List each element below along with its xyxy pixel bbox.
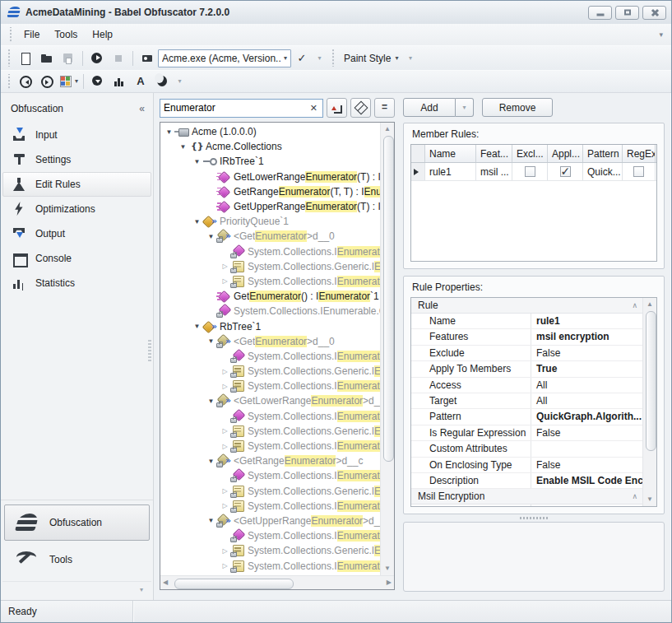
menu-help[interactable]: Help — [85, 26, 120, 43]
tree-expander[interactable]: ▷ — [220, 443, 230, 450]
tree-item[interactable]: ▼<GetEnumerator>d__0 — [160, 334, 380, 349]
column-header-regex[interactable]: RegEx — [623, 145, 656, 162]
tree-item[interactable]: ▼<GetLowerRangeEnumerator>d__8 — [160, 393, 380, 408]
row-selector[interactable] — [411, 163, 425, 180]
menu-file[interactable]: File — [16, 26, 47, 43]
cell-name[interactable]: rule1 — [425, 163, 476, 180]
nav-overflow-button[interactable]: ▾ — [174, 72, 186, 91]
scroll-up-icon[interactable]: ▲ — [645, 299, 655, 310]
panel-options-icon[interactable]: ▾ — [140, 587, 143, 593]
cell-pattern[interactable]: Quick... — [583, 163, 623, 180]
swap-references-button[interactable] — [327, 98, 347, 118]
tree-expander[interactable]: ▼ — [206, 458, 216, 465]
tree-expander[interactable]: ▷ — [220, 562, 230, 570]
sidebar-item-edit-rules[interactable]: Edit Rules — [2, 172, 151, 197]
collapse-chevron-icon[interactable]: ∧ — [632, 492, 637, 500]
column-header-appl-[interactable]: Appl... — [548, 145, 583, 162]
mode-button-tools[interactable]: Tools — [4, 542, 150, 578]
tree-expander[interactable]: ▼ — [178, 143, 188, 151]
tree-vertical-scrollbar[interactable]: ▲ ▼ — [380, 123, 394, 575]
maximize-button[interactable] — [615, 6, 639, 20]
scrollbar-thumb[interactable] — [383, 136, 392, 562]
tree-item[interactable]: ▼Acme.Collections — [160, 139, 380, 154]
property-value[interactable]: False — [531, 346, 642, 360]
tree-expander[interactable]: ▼ — [164, 128, 174, 136]
scroll-down-icon[interactable]: ▼ — [645, 494, 655, 505]
show-types-button[interactable] — [350, 98, 371, 118]
paint-style-button[interactable]: Paint Style ▾ — [339, 49, 403, 68]
close-button[interactable] — [642, 6, 666, 20]
paint-style-overflow-button[interactable]: ▾ — [404, 49, 416, 68]
tree-expander[interactable]: ▼ — [206, 337, 216, 345]
tree-item[interactable]: ▼IRbTree`1 — [160, 154, 380, 169]
confirm-assembly-button[interactable]: ✓ — [292, 49, 312, 68]
assembly-combobox[interactable]: Acme.exe (Acme, Version... ▾ — [158, 49, 291, 67]
toolbar-grip[interactable] — [7, 74, 11, 89]
tree-item[interactable]: ▷System.Collections.Generic.IEnum — [160, 364, 380, 379]
property-value[interactable]: False — [531, 458, 642, 472]
flat-view-button[interactable]: = — [374, 98, 395, 118]
tree-item[interactable]: GetUpperRangeEnumerator(T) : IEnur — [160, 199, 380, 214]
property-value[interactable] — [531, 441, 642, 456]
chart-view-button[interactable] — [109, 72, 129, 91]
column-header-feat-[interactable]: Feat... — [476, 145, 512, 162]
sidebar-item-settings[interactable]: Settings — [2, 147, 151, 172]
stop-button[interactable] — [109, 49, 128, 68]
tree-expander[interactable]: ▷ — [220, 383, 230, 390]
cell-apply-checkbox[interactable] — [548, 163, 583, 180]
tree-expander[interactable]: ▼ — [192, 218, 202, 225]
save-project-button[interactable] — [58, 49, 78, 68]
tree-item[interactable]: ▷System.Collections.IEnumerator.C — [160, 274, 380, 289]
column-header-name[interactable]: Name — [425, 145, 476, 162]
tree-expander[interactable]: ▼ — [206, 398, 216, 405]
sidebar-item-input[interactable]: Input — [2, 123, 151, 147]
toolbar-grip[interactable] — [8, 27, 12, 42]
tree-horizontal-scrollbar[interactable]: ◀ ▶ — [160, 575, 394, 589]
tree-item[interactable]: ▼PriorityQueue`1 — [160, 214, 380, 229]
tree-item[interactable]: ▼<GetRangeEnumerator>d__c — [160, 453, 380, 468]
tree-item[interactable]: ▷System.Collections.Generic.IEnum — [160, 543, 380, 558]
add-rule-dropdown-button[interactable]: ▾ — [456, 98, 474, 117]
tree-item[interactable]: ▼Acme (1.0.0.0) — [160, 124, 380, 139]
scroll-left-icon[interactable]: ◀ — [161, 577, 169, 588]
font-button[interactable]: A — [131, 72, 151, 91]
tree-item[interactable]: System.Collections.IEnumerable.GetE — [160, 304, 380, 318]
navigate-forward-button[interactable] — [37, 72, 57, 91]
cell-exclude-checkbox[interactable] — [512, 163, 548, 180]
collapse-chevron-icon[interactable]: ∧ — [632, 301, 637, 309]
property-group-msil-encryption[interactable]: Msil Encryption∧ — [411, 489, 642, 504]
scrollbar-thumb[interactable] — [170, 579, 384, 588]
tree-item[interactable]: ▷System.Collections.IEnumerator.C — [160, 558, 380, 573]
properties-vertical-scrollbar[interactable]: ▲ ▼ — [642, 298, 656, 506]
tree-item[interactable]: System.Collections.IEnumerator.R — [160, 528, 380, 543]
column-header-pattern[interactable]: Pattern — [583, 145, 623, 162]
tree-expander[interactable]: ▷ — [220, 502, 230, 509]
navigate-back-button[interactable] — [16, 72, 35, 91]
tree-expander[interactable]: ▷ — [220, 547, 230, 555]
tree-item[interactable]: GetLowerRangeEnumerator(T) : IEnur — [160, 170, 380, 184]
sidebar-resize-grip[interactable] — [148, 340, 151, 361]
property-value[interactable]: All — [531, 393, 642, 408]
tree-item[interactable]: GetRangeEnumerator(T, T) : IEnumer — [160, 184, 380, 199]
checkbox[interactable] — [525, 166, 535, 177]
table-row[interactable]: rule1msil ...Quick... — [411, 163, 656, 181]
column-header-excl-[interactable]: Excl... — [512, 145, 548, 162]
minimize-button[interactable] — [588, 6, 612, 20]
tree-item[interactable]: ▷System.Collections.IEnumerator.C — [160, 499, 380, 514]
tree-item[interactable]: ▷System.Collections.Generic.IEnum — [160, 484, 380, 499]
target-view-button[interactable] — [88, 72, 108, 91]
property-value[interactable]: True — [531, 361, 642, 376]
tree-expander[interactable]: ▷ — [220, 263, 230, 270]
checkbox[interactable] — [560, 166, 571, 177]
theme-button[interactable] — [152, 72, 172, 91]
tree-item[interactable]: System.Collections.IEnumerator.R — [160, 468, 380, 483]
tree-expander[interactable]: ▷ — [220, 368, 230, 375]
remove-rule-button[interactable]: Remove — [482, 98, 553, 117]
run-obfuscation-button[interactable] — [87, 49, 107, 68]
tree-item[interactable]: GetEnumerator() : IEnumerator`1 — [160, 289, 380, 304]
property-value[interactable]: False — [531, 425, 642, 440]
collapse-sidebar-button[interactable]: « — [139, 103, 145, 114]
tree-item[interactable]: System.Collections.IEnumerator.R — [160, 409, 380, 424]
view-grid-button[interactable]: ▾ — [58, 72, 79, 91]
checkbox[interactable] — [633, 166, 644, 177]
